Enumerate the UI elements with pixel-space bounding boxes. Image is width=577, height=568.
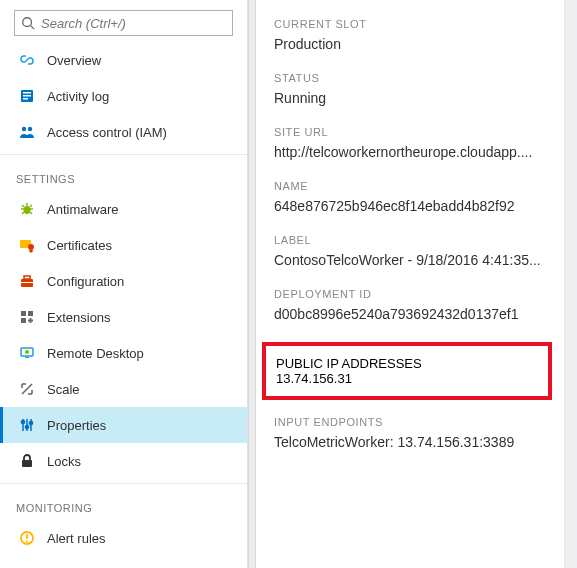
svg-line-14 [22,212,24,214]
divider [0,483,247,484]
pane-splitter[interactable] [248,0,256,568]
sidebar-item-label: Access control (IAM) [47,125,167,140]
svg-rect-5 [23,98,28,100]
field-value[interactable]: http://telcoworkernortheurope.cloudapp..… [274,144,546,160]
field-label: NAME [274,180,546,192]
field-name: NAME 648e876725b946ec8f14ebadd4b82f92 [274,180,546,214]
svg-rect-20 [21,282,33,283]
svg-point-0 [23,18,32,27]
search-box[interactable] [14,10,233,36]
svg-point-36 [26,541,28,543]
svg-rect-23 [21,318,26,323]
scrollbar[interactable] [565,0,577,568]
field-value: TelcoMetricWorker: 13.74.156.31:3389 [274,434,546,450]
sidebar-item-label: Extensions [47,310,111,325]
sidebar-item-extensions[interactable]: Extensions [0,299,247,335]
sidebar-item-label: Configuration [47,274,124,289]
svg-rect-33 [22,460,32,467]
sidebar-item-configuration[interactable]: Configuration [0,263,247,299]
svg-point-17 [28,244,34,250]
svg-point-6 [22,127,26,131]
svg-rect-26 [25,357,29,358]
sidebar-item-activity-log[interactable]: Activity log [0,78,247,114]
field-label: PUBLIC IP ADDRESSES [276,356,538,371]
field-value: 648e876725b946ec8f14ebadd4b82f92 [274,198,546,214]
search-icon [21,16,35,30]
log-icon [19,88,35,104]
toolbox-icon [19,273,35,289]
bug-icon [19,201,35,217]
certificate-icon [19,237,35,253]
field-value: Production [274,36,546,52]
svg-line-1 [31,26,35,30]
sidebar-item-label: Locks [47,454,81,469]
field-label: INPUT ENDPOINTS [274,416,546,428]
sidebar: Overview Activity log Access control (IA… [0,0,248,568]
field-label: LABEL ContosoTelcoWorker - 9/18/2016 4:4… [274,234,546,268]
field-value: ContosoTelcoWorker - 9/18/2016 4:41:35..… [274,252,546,268]
sidebar-item-label: Remote Desktop [47,346,144,361]
sidebar-item-label: Antimalware [47,202,119,217]
svg-line-13 [30,205,32,207]
svg-rect-21 [21,311,26,316]
field-site-url: SITE URL http://telcoworkernortheurope.c… [274,126,546,160]
svg-rect-4 [23,95,31,97]
section-monitoring-label: MONITORING [0,488,247,520]
field-current-slot: CURRENT SLOT Production [274,18,546,52]
link-icon [19,52,35,68]
field-label: STATUS [274,72,546,84]
extensions-icon [19,309,35,325]
scale-icon [19,381,35,397]
sidebar-item-alert-rules[interactable]: Alert rules [0,520,247,556]
sidebar-item-label: Certificates [47,238,112,253]
svg-rect-3 [23,92,31,94]
field-label: SITE URL [274,126,546,138]
sidebar-item-scale[interactable]: Scale [0,371,247,407]
svg-line-15 [30,212,32,214]
field-value: 13.74.156.31 [276,371,538,386]
field-label: DEPLOYMENT ID [274,288,546,300]
sidebar-item-overview[interactable]: Overview [0,42,247,78]
field-status: STATUS Running [274,72,546,106]
sidebar-item-certificates[interactable]: Certificates [0,227,247,263]
svg-point-30 [21,420,24,423]
sidebar-item-label: Alert rules [47,531,106,546]
svg-point-32 [29,421,32,424]
alert-icon [19,530,35,546]
svg-line-12 [22,205,24,207]
field-value: Running [274,90,546,106]
svg-point-8 [24,206,31,214]
sidebar-item-label: Activity log [47,89,109,104]
svg-point-31 [25,425,28,428]
sidebar-item-label: Scale [47,382,80,397]
sliders-icon [19,417,35,433]
field-value: d00bc8996e5240a793692432d0137ef1 [274,306,546,322]
sidebar-item-remote-desktop[interactable]: Remote Desktop [0,335,247,371]
svg-point-7 [28,127,32,131]
search-input[interactable] [41,16,226,31]
field-label: CURRENT SLOT [274,18,546,30]
divider [0,154,247,155]
people-icon [19,124,35,140]
sidebar-item-locks[interactable]: Locks [0,443,247,479]
sidebar-item-antimalware[interactable]: Antimalware [0,191,247,227]
field-deployment-id: DEPLOYMENT ID d00bc8996e5240a793692432d0… [274,288,546,322]
svg-rect-22 [28,311,33,316]
section-settings-label: SETTINGS [0,159,247,191]
sidebar-item-properties[interactable]: Properties [0,407,247,443]
svg-point-25 [25,350,29,354]
properties-panel: CURRENT SLOT Production STATUS Running S… [256,0,565,568]
public-ip-highlight: PUBLIC IP ADDRESSES 13.74.156.31 [262,342,552,400]
sidebar-item-access-control[interactable]: Access control (IAM) [0,114,247,150]
lock-icon [19,453,35,469]
field-input-endpoints: INPUT ENDPOINTS TelcoMetricWorker: 13.74… [274,416,546,450]
remote-desktop-icon [19,345,35,361]
svg-rect-19 [24,276,30,279]
field-label: LABEL [274,234,546,246]
sidebar-item-label: Overview [47,53,101,68]
sidebar-item-label: Properties [47,418,106,433]
